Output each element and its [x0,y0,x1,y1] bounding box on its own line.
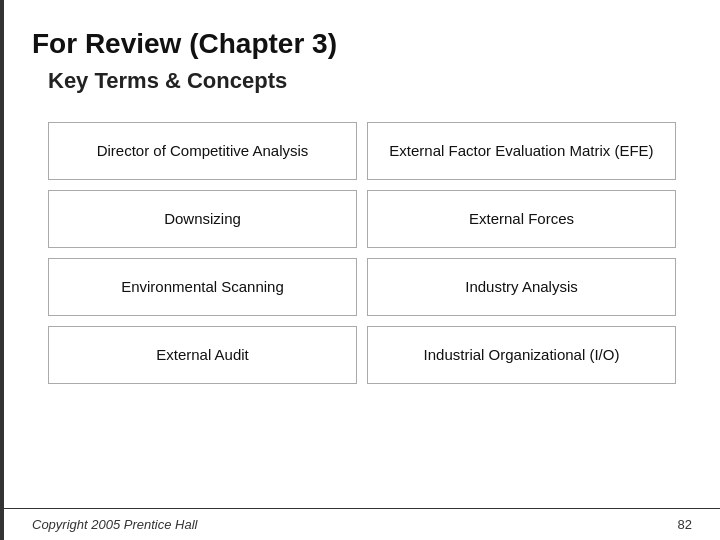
term-industrial-organizational: Industrial Organizational (I/O) [367,326,676,384]
footer: Copyright 2005 Prentice Hall 82 [4,508,720,540]
term-director-competitive-analysis: Director of Competitive Analysis [48,122,357,180]
term-external-forces: External Forces [367,190,676,248]
subtitle: Key Terms & Concepts [4,68,720,94]
term-external-factor-evaluation: External Factor Evaluation Matrix (EFE) [367,122,676,180]
footer-page-number: 82 [678,517,692,532]
main-title: For Review (Chapter 3) [4,0,720,60]
term-downsizing: Downsizing [48,190,357,248]
footer-copyright: Copyright 2005 Prentice Hall [32,517,197,532]
terms-grid: Director of Competitive Analysis Externa… [4,122,720,384]
term-environmental-scanning: Environmental Scanning [48,258,357,316]
page-container: For Review (Chapter 3) Key Terms & Conce… [0,0,720,540]
term-industry-analysis: Industry Analysis [367,258,676,316]
term-external-audit: External Audit [48,326,357,384]
